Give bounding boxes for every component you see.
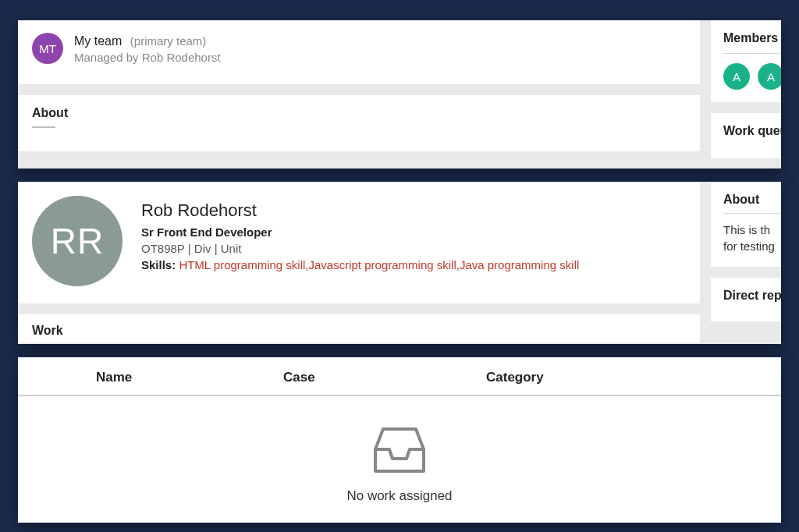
- team-about-heading: About: [32, 106, 686, 120]
- team-name[interactable]: My team: [74, 34, 122, 48]
- empty-state: No work assigned: [18, 396, 781, 504]
- column-case[interactable]: Case: [283, 370, 486, 385]
- team-main-column: MT My team (primary team) Managed by Rob…: [18, 20, 700, 151]
- person-work-section: Work: [18, 314, 700, 342]
- column-separator: [700, 182, 711, 344]
- person-work-heading: Work: [32, 324, 686, 338]
- column-category[interactable]: Category: [486, 370, 689, 385]
- column-separator: [700, 20, 711, 168]
- work-table-panel: Name Case Category No work assigned: [18, 357, 781, 523]
- divider: [723, 53, 781, 54]
- workqueue-title: Work queue: [723, 124, 781, 138]
- person-main-column: RR Rob Rodehorst Sr Front End Developer …: [18, 182, 700, 342]
- team-subtitle: (primary team): [130, 34, 207, 48]
- person-name[interactable]: Rob Rodehorst: [141, 200, 579, 221]
- person-panel: RR Rob Rodehorst Sr Front End Developer …: [18, 182, 781, 344]
- person-info: Rob Rodehorst Sr Front End Developer OT8…: [141, 196, 579, 286]
- team-managed-by: Managed by Rob Rodehorst: [74, 50, 221, 66]
- skills-list[interactable]: HTML programming skill,Javascript progra…: [179, 258, 579, 271]
- person-avatar[interactable]: RR: [32, 196, 123, 286]
- members-block: Members A A: [711, 20, 781, 102]
- members-title: Members: [723, 31, 781, 45]
- empty-message: No work assigned: [346, 488, 452, 504]
- team-avatar[interactable]: MT: [32, 33, 63, 64]
- team-panel: MT My team (primary team) Managed by Rob…: [18, 20, 781, 168]
- team-side-column: Members A A Work queue: [711, 20, 781, 168]
- skills-label: Skills: [141, 258, 172, 271]
- about-line: This is th: [723, 222, 781, 238]
- work-table-header: Name Case Category: [18, 357, 781, 396]
- about-line: for testing: [723, 238, 781, 254]
- member-avatar[interactable]: A: [723, 63, 750, 90]
- skills-separator: :: [172, 258, 179, 271]
- person-about-title: About: [723, 193, 781, 207]
- member-avatar[interactable]: A: [758, 63, 781, 90]
- member-avatars: A A: [723, 63, 781, 90]
- person-header: RR Rob Rodehorst Sr Front End Developer …: [18, 182, 700, 303]
- person-skills-line: Skills: HTML programming skill,Javascrip…: [141, 258, 579, 272]
- team-header: MT My team (primary team) Managed by Rob…: [18, 20, 700, 84]
- direct-reports-block: Direct reports: [711, 278, 781, 321]
- person-meta: OT898P | Div | Unit: [141, 242, 579, 255]
- divider: [32, 126, 55, 128]
- team-heading-text: My team (primary team) Managed by Rob Ro…: [74, 33, 221, 66]
- column-name[interactable]: Name: [65, 370, 283, 385]
- inbox-icon: [369, 424, 430, 476]
- person-side-column: About This is th for testing Direct repo…: [711, 182, 781, 332]
- team-about-section: About: [18, 95, 700, 151]
- divider: [723, 213, 781, 214]
- person-role: Sr Front End Developer: [141, 225, 579, 239]
- workqueue-block: Work queue: [711, 113, 781, 158]
- direct-reports-title: Direct reports: [723, 289, 781, 303]
- person-about-body: This is th for testing: [723, 222, 781, 254]
- about-block: About This is th for testing: [711, 182, 781, 267]
